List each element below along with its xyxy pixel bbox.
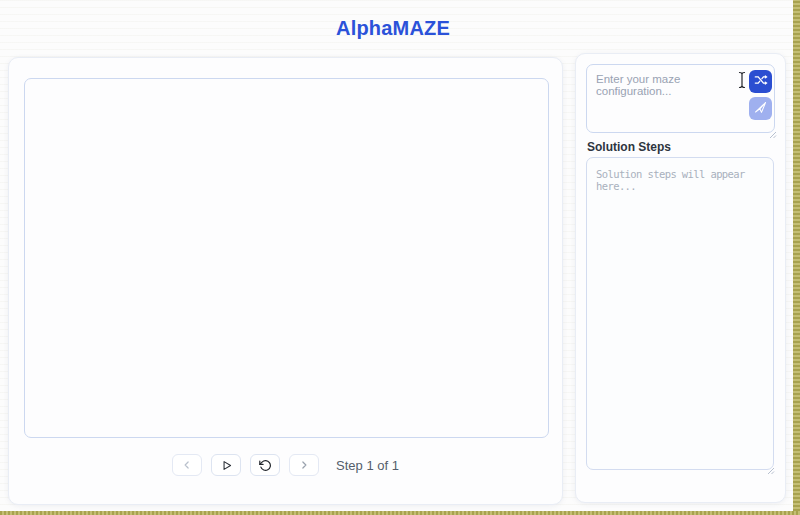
maze-panel: Step 1 of 1 (8, 57, 563, 505)
maze-display-area (24, 78, 549, 438)
solution-steps-output[interactable] (586, 157, 774, 470)
play-button[interactable] (211, 454, 241, 476)
maze-config-input[interactable] (586, 64, 775, 133)
chevron-left-icon (181, 459, 193, 471)
shuffle-maze-button[interactable] (749, 70, 772, 93)
solution-steps-label: Solution Steps (587, 140, 671, 154)
gif-edge-strip-bottom (0, 511, 800, 515)
play-icon (220, 459, 233, 472)
gif-edge-strip-right (793, 0, 800, 515)
prev-step-button[interactable] (172, 454, 202, 476)
rotate-ccw-icon (259, 459, 272, 472)
app-window: AlphaMAZE (0, 0, 800, 515)
shuffle-icon (754, 73, 768, 90)
reset-button[interactable] (250, 454, 280, 476)
playback-controls: Step 1 of 1 (9, 454, 562, 476)
paper-plane-icon (754, 101, 767, 117)
step-indicator: Step 1 of 1 (336, 458, 399, 473)
chevron-right-icon (298, 459, 310, 471)
send-config-button[interactable] (749, 97, 772, 120)
config-solution-panel: Solution Steps (575, 53, 786, 503)
page-title: AlphaMAZE (0, 17, 786, 40)
next-step-button[interactable] (289, 454, 319, 476)
